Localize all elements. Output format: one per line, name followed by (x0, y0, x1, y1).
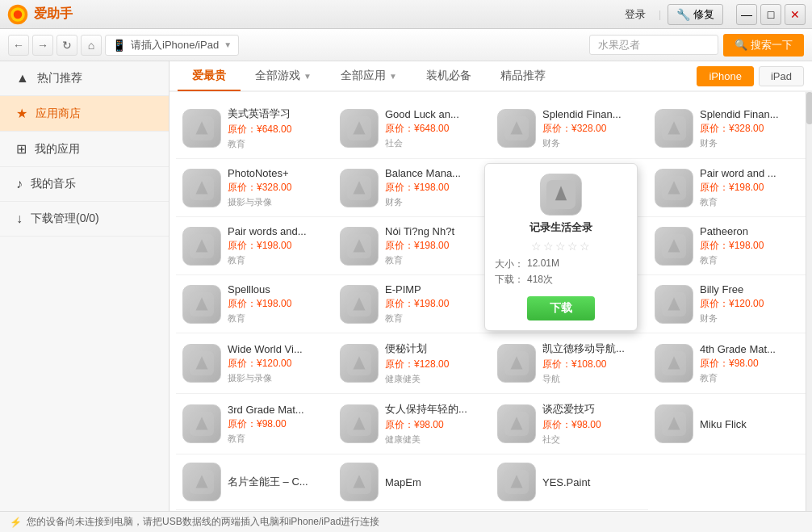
app-price: 原价：¥120.00 (228, 357, 327, 371)
close-button[interactable]: ✕ (785, 4, 806, 25)
app-info: Nói Ti?ng Nh?t 原价：¥198.00 教育 (385, 225, 484, 266)
sidebar-item-appstore[interactable]: ★ 应用商店 (0, 96, 169, 132)
search-button[interactable]: 🔍 搜索一下 (723, 34, 804, 57)
app-item[interactable]: Pair words and... 原价：¥198.00 教育 (176, 217, 333, 275)
app-info: PhotoNotes+ 原价：¥328.00 摄影与录像 (228, 167, 327, 208)
back-button[interactable]: ← (8, 35, 29, 56)
device-tab-iphone[interactable]: iPhone (697, 66, 753, 86)
sidebar-item-appstore-label: 应用商店 (36, 107, 81, 121)
tooltip-download-button[interactable]: 下载 (527, 296, 595, 320)
app-info: 便秘计划 原价：¥128.00 健康健美 (385, 341, 484, 385)
home-button[interactable]: ⌂ (81, 35, 102, 56)
app-price: 原价：¥198.00 (385, 297, 484, 311)
app-item[interactable]: Splendid Finan... 原价：¥328.00 财务 (648, 98, 806, 159)
app-item[interactable]: Miku Flick (648, 394, 806, 455)
app-item[interactable]: YES.Paint (491, 455, 648, 510)
window-controls: — □ ✕ (736, 4, 806, 25)
app-item[interactable]: Spelllous 原价：¥198.00 教育 (176, 275, 333, 333)
device-tab-ipad[interactable]: iPad (759, 66, 804, 86)
app-price: 原价：¥98.00 (228, 417, 327, 431)
app-info: 女人保持年轻的... 原价：¥98.00 健康健美 (385, 402, 484, 446)
sidebar-item-hot-label: 热门推荐 (37, 71, 82, 86)
minimize-button[interactable]: — (736, 4, 757, 25)
login-button[interactable]: 登录 (618, 6, 652, 23)
app-item[interactable]: 3rd Grade Mat... 原价：¥98.00 教育 (176, 394, 333, 455)
app-item[interactable]: 4th Grade Mat... 原价：¥98.00 教育 (648, 333, 806, 394)
app-title: 爱助手 (34, 6, 73, 23)
app-item[interactable]: Wide World Vi... 原价：¥120.00 摄影与录像 (176, 333, 333, 394)
tab-must[interactable]: 装机必备 (412, 62, 486, 90)
scrollbar[interactable] (806, 92, 812, 511)
app-item[interactable]: Splendid Finan... 原价：¥328.00 财务 (491, 98, 648, 159)
app-icon-svg (347, 412, 371, 436)
app-icon (655, 227, 693, 266)
sidebar-item-music[interactable]: ♪ 我的音乐 (0, 167, 169, 202)
tooltip-download-value: 418次 (527, 273, 553, 287)
tab-aigui-label: 爱最贵 (192, 69, 226, 83)
app-info: Miku Flick (700, 418, 799, 430)
app-item[interactable]: 女人保持年轻的... 原价：¥98.00 健康健美 (333, 394, 491, 455)
app-info: 谈恋爱技巧 原价：¥98.00 社交 (542, 402, 642, 446)
app-name: E-PIMP (385, 283, 484, 295)
app-item[interactable]: 名片全能王 – C... (176, 455, 333, 510)
sidebar-item-myapps[interactable]: ⊞ 我的应用 (0, 132, 169, 167)
app-price: 原价：¥198.00 (228, 297, 327, 311)
refresh-button[interactable]: ↻ (57, 35, 77, 56)
app-item[interactable]: 美式英语学习 原价：¥648.00 教育 (176, 98, 333, 159)
tab-best-label: 精品推荐 (500, 69, 546, 83)
search-input[interactable] (589, 35, 718, 55)
app-icon-svg (662, 116, 686, 140)
sidebar-item-download[interactable]: ↓ 下载管理(0/0) (0, 202, 169, 237)
app-item[interactable]: Billy Free 原价：¥120.00 财务 (648, 275, 806, 333)
app-icon (182, 227, 221, 266)
sidebar-item-hot[interactable]: ▲ 热门推荐 (0, 61, 169, 96)
app-info: Balance Mana... 原价：¥198.00 财务 (385, 167, 484, 208)
tab-allgames[interactable]: 全部游戏 ▼ (241, 62, 326, 90)
app-category: 教育 (700, 254, 799, 266)
app-item[interactable]: Good Luck an... 原价：¥648.00 社会 (333, 98, 491, 159)
tab-allapps[interactable]: 全部应用 ▼ (326, 62, 412, 90)
sidebar: ▲ 热门推荐 ★ 应用商店 ⊞ 我的应用 ♪ 我的音乐 ↓ 下载管理(0/0) (0, 61, 170, 511)
app-info: 4th Grade Mat... 原价：¥98.00 教育 (700, 343, 799, 384)
app-name: MapEm (385, 476, 484, 488)
app-item[interactable]: MapEm (333, 455, 491, 510)
repair-button[interactable]: 🔧 修复 (668, 4, 723, 25)
scrollbar-thumb[interactable] (806, 92, 812, 124)
app-price: 原价：¥648.00 (385, 122, 484, 136)
app-icon-svg (662, 176, 686, 200)
app-price: 原价：¥98.00 (385, 418, 484, 432)
app-icon (182, 404, 221, 443)
main-layout: ▲ 热门推荐 ★ 应用商店 ⊞ 我的应用 ♪ 我的音乐 ↓ 下载管理(0/0) … (0, 61, 812, 511)
app-price: 原价：¥98.00 (542, 418, 642, 432)
app-category: 教育 (700, 196, 799, 208)
search-icon: 🔍 (735, 39, 747, 51)
app-item[interactable]: Patheeron 原价：¥198.00 教育 (648, 217, 806, 275)
app-item[interactable]: PhotoNotes+ 原价：¥328.00 摄影与录像 (176, 159, 333, 217)
app-item[interactable]: 谈恋爱技巧 原价：¥98.00 社交 (491, 394, 648, 455)
app-icon (182, 109, 221, 148)
download-icon: ↓ (16, 212, 23, 226)
app-item[interactable]: 便秘计划 原价：¥128.00 健康健美 (333, 333, 491, 394)
maximize-button[interactable]: □ (760, 4, 781, 25)
forward-button[interactable]: → (32, 35, 53, 56)
app-grid-container[interactable]: 美式英语学习 原价：¥648.00 教育 Good Luck an... 原价：… (170, 92, 812, 511)
app-category: 教育 (228, 312, 327, 325)
app-item[interactable]: Pair word and ... 原价：¥198.00 教育 (648, 159, 806, 217)
app-item[interactable]: 凯立德移动导航... 原价：¥108.00 导航 (491, 333, 648, 394)
device-selector[interactable]: 📱 请插入iPhone/iPad ▼ (105, 35, 239, 56)
tooltip-stars: ☆☆☆☆☆ (531, 240, 592, 253)
app-icon (497, 109, 536, 148)
app-category: 健康健美 (385, 373, 484, 385)
app-item[interactable]: Balance Mana... 原价：¥198.00 财务 (333, 159, 491, 217)
app-name: 名片全能王 – C... (228, 475, 327, 489)
wrench-icon: 🔧 (676, 8, 690, 21)
appstore-icon: ★ (16, 106, 27, 121)
tab-aigui[interactable]: 爱最贵 (178, 62, 241, 91)
app-info: 美式英语学习 原价：¥648.00 教育 (228, 107, 327, 150)
app-icon-svg (190, 234, 214, 258)
app-item[interactable]: E-PIMP 原价：¥198.00 教育 (333, 275, 491, 333)
app-icon-svg (347, 351, 371, 375)
app-name: Spelllous (228, 283, 327, 295)
tab-best[interactable]: 精品推荐 (486, 62, 560, 90)
app-item[interactable]: Nói Ti?ng Nh?t 原价：¥198.00 教育 (333, 217, 491, 275)
